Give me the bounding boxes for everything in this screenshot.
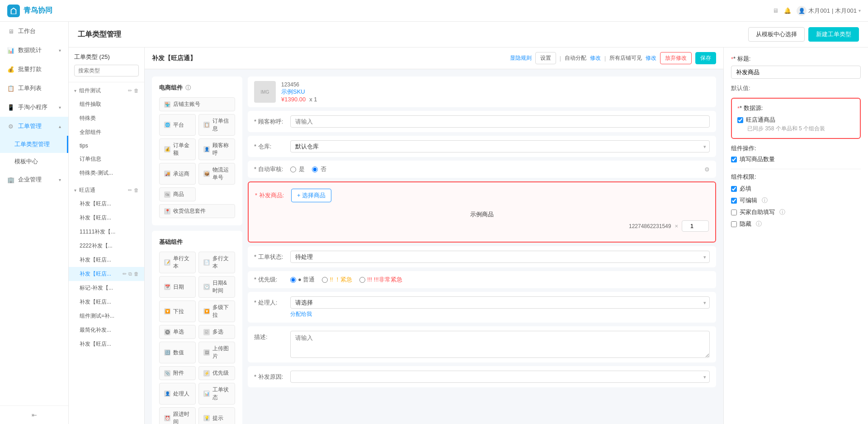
- template-center-btn[interactable]: 从模板中心选择: [748, 27, 805, 42]
- customer-name-input[interactable]: [290, 115, 710, 128]
- sidebar-item-workbench[interactable]: 🖥 工作台: [0, 22, 68, 41]
- sidebar-collapse-btn[interactable]: ⇤: [0, 405, 68, 424]
- sidebar-item-enterprise[interactable]: 🏢 企业管理 ▾: [0, 170, 68, 189]
- comp-delivery-info[interactable]: 📍 收货信息套件: [159, 204, 235, 218]
- sidebar-item-work-mgmt[interactable]: ⚙ 工单管理 ▴: [0, 117, 68, 136]
- data-source-checkbox1-label[interactable]: 旺店通商品: [737, 116, 854, 124]
- list-item-order-info[interactable]: 订单信息: [69, 152, 144, 166]
- warehouse-select[interactable]: 默认仓库: [290, 140, 710, 152]
- buyer-fill-option-label[interactable]: 买家自助填写 ⓘ: [731, 208, 861, 216]
- type-group-header-wangdian[interactable]: ▾ 旺店通 ✏ 🗑: [69, 184, 144, 197]
- list-item-bufa10[interactable]: 最简化补发...: [69, 323, 144, 337]
- required-checkbox[interactable]: [731, 186, 737, 192]
- user-menu[interactable]: 👤 木月001 | 木月001 ▾: [797, 6, 861, 16]
- desc-textarea[interactable]: [290, 331, 710, 358]
- info-icon[interactable]: ⓘ: [762, 196, 768, 205]
- comp-platform[interactable]: 🌐 平台: [159, 114, 196, 136]
- comp-datetime[interactable]: 🕐 日期&时间: [198, 276, 235, 298]
- list-item-bufa5[interactable]: 补发【旺店...: [69, 253, 144, 267]
- copy-icon[interactable]: ⧉: [128, 271, 132, 277]
- comp-single-text[interactable]: 📝 单行文本: [159, 252, 196, 273]
- reason-select[interactable]: [290, 371, 710, 383]
- type-group-header-component-test[interactable]: ▾ 组件测试 ✏ 🗑: [69, 84, 144, 97]
- delete-icon[interactable]: 🗑: [134, 187, 139, 193]
- list-item-tips[interactable]: tips: [69, 139, 144, 152]
- handler-select[interactable]: 请选择: [290, 296, 710, 309]
- comp-carrier[interactable]: 🚚 承运商: [159, 163, 196, 185]
- sidebar-sub-item-type-mgmt[interactable]: 工单类型管理: [0, 136, 68, 153]
- list-item-bufa2[interactable]: 补发【旺店...: [69, 211, 144, 225]
- comp-checkbox[interactable]: ☑ 多选: [198, 325, 235, 339]
- list-item-bufa1[interactable]: 补发【旺店...: [69, 197, 144, 211]
- comp-multi-dropdown[interactable]: 🔽 多级下拉: [198, 300, 235, 322]
- save-btn[interactable]: 保存: [695, 52, 716, 64]
- display-rules-btn[interactable]: 显隐规则: [510, 54, 532, 62]
- comp-goods[interactable]: 🛍 商品: [159, 187, 196, 201]
- settings-icon[interactable]: ⚙: [704, 166, 710, 173]
- settings-btn[interactable]: 设置: [535, 52, 556, 64]
- list-item-all-components[interactable]: 全部组件: [69, 125, 144, 139]
- discard-btn[interactable]: 放弃修改: [660, 52, 692, 64]
- auto-review-no-radio[interactable]: [312, 167, 318, 172]
- comp-ops-checkbox-label[interactable]: 填写商品数量: [731, 155, 861, 163]
- comp-order-status[interactable]: 📊 工单状态: [198, 383, 235, 405]
- select-product-btn[interactable]: + 选择商品: [291, 189, 331, 202]
- sidebar-item-batch-order[interactable]: 💰 批量打款: [0, 60, 68, 79]
- priority-normal-label[interactable]: ● 普通: [290, 276, 315, 284]
- sidebar-item-order-list[interactable]: 📋 工单列表: [0, 79, 68, 98]
- comp-order-amount[interactable]: 💰 订单金额: [159, 138, 196, 160]
- edit-icon[interactable]: ✏: [128, 88, 132, 94]
- comp-radio[interactable]: 🔘 单选: [159, 325, 196, 339]
- comp-order-info[interactable]: 📋 订单信息: [198, 114, 235, 136]
- product-remove-icon[interactable]: ×: [675, 223, 678, 229]
- auto-review-yes-label[interactable]: 是: [290, 165, 305, 173]
- edit-icon[interactable]: ✏: [123, 271, 127, 277]
- notification-icon[interactable]: 🔔: [784, 7, 791, 14]
- comp-multi-text[interactable]: 📄 多行文本: [198, 252, 235, 273]
- buyer-fill-checkbox[interactable]: [731, 210, 737, 215]
- list-item-bufa11[interactable]: 补发【旺店...: [69, 337, 144, 351]
- list-item-special[interactable]: 特殊类: [69, 111, 144, 125]
- priority-very-urgent-radio[interactable]: [359, 277, 365, 283]
- hide-option-label[interactable]: 隐藏 ⓘ: [731, 220, 861, 228]
- modify1-btn[interactable]: 修改: [590, 54, 601, 62]
- search-input[interactable]: [74, 65, 139, 76]
- auto-review-no-label[interactable]: 否: [312, 165, 326, 173]
- info-icon3[interactable]: ⓘ: [756, 220, 762, 228]
- list-item-component-extract[interactable]: 组件抽取: [69, 97, 144, 111]
- assign-me-btn[interactable]: 分配给我: [290, 311, 312, 317]
- auto-review-yes-radio[interactable]: [290, 167, 296, 172]
- right-title-input[interactable]: [731, 66, 861, 79]
- list-item-bufa3[interactable]: 11111补发【...: [69, 225, 144, 239]
- list-item-bufa8[interactable]: 补发【旺店...: [69, 295, 144, 309]
- info-icon[interactable]: ⓘ: [185, 84, 191, 92]
- editable-checkbox[interactable]: [731, 198, 737, 204]
- comp-handler[interactable]: 👤 处理人: [159, 383, 196, 405]
- delete-icon[interactable]: 🗑: [134, 271, 139, 277]
- required-option-label[interactable]: 必填: [731, 185, 861, 193]
- list-item-bufa9[interactable]: 组件测试=补...: [69, 309, 144, 323]
- comp-follow-time[interactable]: ⏰ 跟进时间: [159, 407, 196, 424]
- comp-priority[interactable]: ⚡ 优先级: [198, 366, 235, 380]
- sidebar-sub-item-template-center[interactable]: 模板中心: [0, 153, 68, 170]
- list-item-bufa4[interactable]: 2222补发【...: [69, 239, 144, 253]
- comp-hint[interactable]: 💡 提示: [198, 407, 235, 424]
- product-qty-input[interactable]: [682, 220, 709, 232]
- comp-tracking[interactable]: 📦 物流运单号: [198, 163, 235, 185]
- data-source-checkbox1[interactable]: [737, 117, 743, 123]
- priority-urgent-radio[interactable]: [322, 277, 328, 283]
- hide-checkbox[interactable]: [731, 221, 737, 227]
- edit-icon[interactable]: ✏: [128, 187, 132, 193]
- delete-icon[interactable]: 🗑: [134, 88, 139, 94]
- comp-ops-checkbox[interactable]: [731, 157, 737, 162]
- comp-upload-image[interactable]: 🖼 上传图片: [198, 342, 235, 363]
- sidebar-item-taobao-mini[interactable]: 📱 手淘小程序 ▾: [0, 98, 68, 117]
- info-icon2[interactable]: ⓘ: [779, 208, 785, 216]
- list-item-bufa7[interactable]: 标记-补发【...: [69, 281, 144, 295]
- order-status-select[interactable]: 待处理: [290, 251, 710, 263]
- priority-normal-radio[interactable]: [290, 277, 296, 283]
- comp-customer-name[interactable]: 👤 顾客称呼: [198, 138, 235, 160]
- new-type-btn[interactable]: 新建工单类型: [808, 27, 859, 42]
- comp-dropdown[interactable]: 🔽 下拉: [159, 300, 196, 322]
- screen-icon[interactable]: 🖥: [773, 7, 778, 14]
